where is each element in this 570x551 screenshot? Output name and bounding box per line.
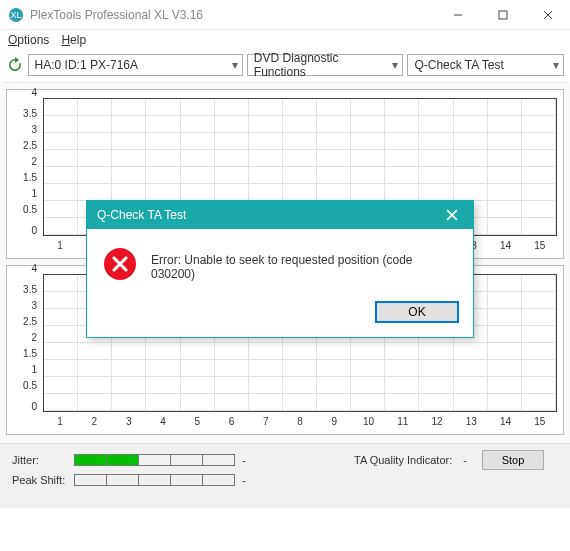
y-tick: 2.5 xyxy=(7,317,41,327)
x-tick: 12 xyxy=(420,416,454,432)
refresh-icon[interactable] xyxy=(6,56,24,74)
menu-help[interactable]: Help xyxy=(61,33,86,47)
peak-label: Peak Shift: xyxy=(12,474,74,486)
device-select[interactable]: HA:0 ID:1 PX-716A ▾ xyxy=(28,54,243,76)
error-icon xyxy=(103,247,137,283)
y-tick: 0.5 xyxy=(7,205,41,215)
y-tick: 1.5 xyxy=(7,349,41,359)
meter-segment xyxy=(202,454,235,466)
ta-indicator-value: - xyxy=(463,454,467,466)
y-tick: 4 xyxy=(7,88,41,98)
ok-button[interactable]: OK xyxy=(375,301,459,323)
y-tick: 0.5 xyxy=(7,381,41,391)
dialog-close-button[interactable] xyxy=(437,204,467,226)
x-tick: 13 xyxy=(454,416,488,432)
peak-value: - xyxy=(242,474,246,486)
y-tick: 1 xyxy=(7,365,41,375)
meter-segment xyxy=(202,474,235,486)
window-title: PlexTools Professional XL V3.16 xyxy=(30,8,203,22)
x-tick: 1 xyxy=(43,416,77,432)
y-tick: 3 xyxy=(7,301,41,311)
function-select[interactable]: DVD Diagnostic Functions ▾ xyxy=(247,54,404,76)
dialog-message: Error: Unable to seek to requested posit… xyxy=(151,247,457,281)
jitter-meter xyxy=(74,454,234,466)
x-tick: 10 xyxy=(351,416,385,432)
menu-options[interactable]: Options xyxy=(8,33,49,47)
x-tick: 4 xyxy=(146,416,180,432)
y-tick: 3.5 xyxy=(7,285,41,295)
meter-segment xyxy=(170,454,203,466)
minimize-button[interactable] xyxy=(435,0,480,30)
titlebar: XL PlexTools Professional XL V3.16 xyxy=(0,0,570,30)
x-tick: 1 xyxy=(43,240,77,256)
error-dialog: Q-Check TA Test Error: Unable to seek to… xyxy=(86,200,474,338)
meter-segment xyxy=(74,474,107,486)
y-tick: 0 xyxy=(7,226,41,236)
device-select-value: HA:0 ID:1 PX-716A xyxy=(35,58,138,72)
app-icon: XL xyxy=(8,7,24,23)
y-tick: 1.5 xyxy=(7,173,41,183)
x-tick: 14 xyxy=(488,416,522,432)
y-tick: 3 xyxy=(7,125,41,135)
svg-text:XL: XL xyxy=(10,10,21,20)
ta-indicator-label: TA Quality Indicator: - xyxy=(354,454,467,466)
y-tick: 2.5 xyxy=(7,141,41,151)
x-tick: 5 xyxy=(180,416,214,432)
svg-rect-3 xyxy=(499,11,507,19)
meter-segment xyxy=(106,474,139,486)
y-tick: 3.5 xyxy=(7,109,41,119)
stop-button[interactable]: Stop xyxy=(482,450,544,470)
x-tick: 15 xyxy=(523,416,557,432)
maximize-button[interactable] xyxy=(480,0,525,30)
dialog-title: Q-Check TA Test xyxy=(97,208,186,222)
test-select-value: Q-Check TA Test xyxy=(414,58,503,72)
x-tick: 3 xyxy=(112,416,146,432)
chevron-down-icon: ▾ xyxy=(392,58,398,72)
x-tick: 7 xyxy=(249,416,283,432)
meter-segment xyxy=(138,454,171,466)
x-tick: 14 xyxy=(488,240,522,256)
jitter-label: Jitter: xyxy=(12,454,74,466)
meter-segment xyxy=(106,454,139,466)
meter-segment xyxy=(170,474,203,486)
y-tick: 2 xyxy=(7,157,41,167)
jitter-value: - xyxy=(242,454,246,466)
y-tick: 4 xyxy=(7,264,41,274)
status-panel: Jitter: - TA Quality Indicator: - Stop P… xyxy=(0,443,570,508)
y-tick: 2 xyxy=(7,333,41,343)
function-select-value: DVD Diagnostic Functions xyxy=(254,51,393,79)
x-tick: 8 xyxy=(283,416,317,432)
x-tick: 2 xyxy=(77,416,111,432)
dialog-titlebar[interactable]: Q-Check TA Test xyxy=(87,201,473,229)
y-tick: 1 xyxy=(7,189,41,199)
x-tick: 6 xyxy=(214,416,248,432)
x-tick: 9 xyxy=(317,416,351,432)
x-tick: 11 xyxy=(386,416,420,432)
close-button[interactable] xyxy=(525,0,570,30)
meter-segment xyxy=(74,454,107,466)
chevron-down-icon: ▾ xyxy=(232,58,238,72)
toolbar: HA:0 ID:1 PX-716A ▾ DVD Diagnostic Funct… xyxy=(0,50,570,82)
meter-segment xyxy=(138,474,171,486)
chevron-down-icon: ▾ xyxy=(553,58,559,72)
test-select[interactable]: Q-Check TA Test ▾ xyxy=(407,54,564,76)
y-tick: 0 xyxy=(7,402,41,412)
menubar: Options Help xyxy=(0,30,570,50)
peak-meter xyxy=(74,474,234,486)
x-tick: 15 xyxy=(523,240,557,256)
